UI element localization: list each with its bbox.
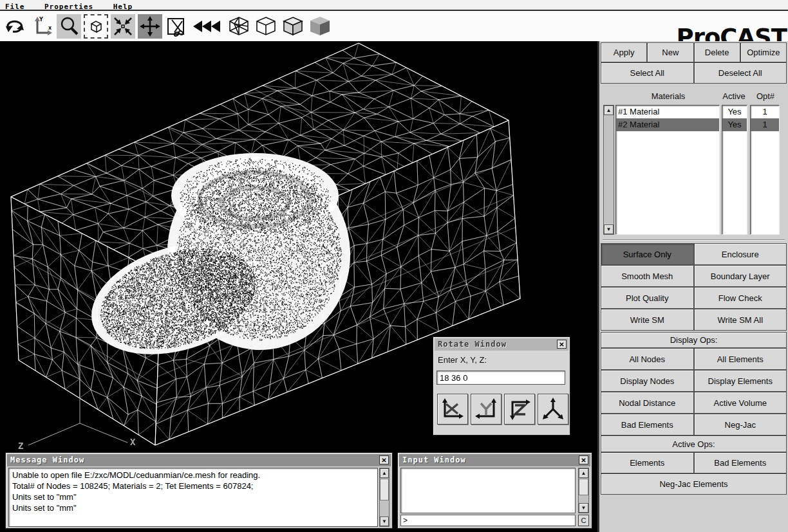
pan-button[interactable] bbox=[138, 14, 162, 39]
input-scrollbar[interactable]: ▲ ▼ bbox=[578, 468, 589, 513]
material-active-2[interactable]: Yes bbox=[722, 118, 747, 131]
flow-check-button[interactable]: Flow Check bbox=[694, 287, 787, 309]
scroll-down-icon[interactable]: ▼ bbox=[604, 225, 614, 234]
message-window: Message Window ✕ Unable to open file E:/… bbox=[5, 452, 393, 529]
svg-text:x: x bbox=[48, 25, 52, 31]
select-all-button[interactable]: Select All bbox=[601, 62, 694, 84]
rotate-x-icon bbox=[440, 397, 465, 421]
write-sm-all-button[interactable]: Write SM All bbox=[694, 309, 787, 331]
menu-help[interactable]: Help bbox=[113, 2, 133, 11]
toolbar-right-area: ProCAST bbox=[597, 11, 788, 41]
bad-elements-button[interactable]: Bad Elements bbox=[601, 414, 694, 436]
menu-file[interactable]: File bbox=[5, 2, 25, 11]
message-window-titlebar[interactable]: Message Window bbox=[7, 454, 391, 466]
scroll-up-icon[interactable]: ▲ bbox=[579, 468, 588, 478]
solid-cube-icon bbox=[308, 15, 332, 38]
clear-button[interactable]: C bbox=[578, 515, 589, 526]
plot-quality-button[interactable]: Plot Quality bbox=[601, 287, 694, 309]
optimize-button[interactable]: Optimize bbox=[740, 42, 787, 62]
input-window-titlebar[interactable]: Input Window bbox=[399, 454, 590, 466]
deselect-all-button[interactable]: Deselect All bbox=[694, 62, 787, 84]
material-opt-2[interactable]: 1 bbox=[751, 118, 779, 131]
control-panel: Apply New Delete Optimize Select All Des… bbox=[597, 41, 788, 532]
scroll-up-icon[interactable]: ▲ bbox=[604, 105, 614, 115]
rotate-z-button[interactable] bbox=[504, 394, 535, 425]
wireframe-cube-icon bbox=[227, 15, 250, 38]
material-row-2[interactable]: #2 Material bbox=[616, 118, 719, 131]
rotate-view-button[interactable] bbox=[3, 14, 27, 39]
wireframe-cube-button[interactable] bbox=[227, 14, 251, 39]
message-line: Units set to "mm" bbox=[9, 491, 377, 502]
input-log[interactable] bbox=[400, 468, 576, 513]
display-nodes-button[interactable]: Display Nodes bbox=[601, 370, 694, 392]
active-volume-button[interactable]: Active Volume bbox=[694, 392, 787, 414]
materials-scrollbar[interactable]: ▲ ▼ bbox=[603, 105, 614, 235]
coordinate-axes-button[interactable]: Y x bbox=[30, 14, 54, 39]
message-line: Unable to open file E:/zxc/MODL/ceduanmi… bbox=[9, 470, 377, 481]
shrink-to-fit-button[interactable] bbox=[111, 14, 135, 39]
scrollbar-thumb[interactable] bbox=[579, 479, 588, 495]
material-active-1[interactable]: Yes bbox=[722, 105, 747, 118]
solid-cube-button[interactable] bbox=[308, 14, 332, 39]
materials-opt-column[interactable]: 1 1 bbox=[750, 105, 780, 235]
scroll-up-icon[interactable]: ▲ bbox=[380, 468, 389, 478]
rewind-button[interactable] bbox=[192, 14, 224, 39]
rotate-view-icon bbox=[4, 15, 26, 37]
scroll-down-icon[interactable]: ▼ bbox=[380, 517, 389, 526]
rotate-xyz-icon bbox=[541, 397, 565, 421]
neg-jac-elements-button[interactable]: Neg-Jac Elements bbox=[601, 473, 787, 495]
message-scrollbar[interactable]: ▲ ▼ bbox=[379, 468, 389, 527]
fit-window-button[interactable] bbox=[84, 14, 108, 39]
materials-active-column[interactable]: Yes Yes bbox=[722, 105, 747, 235]
rotate-y-button[interactable] bbox=[471, 394, 502, 425]
material-row-1[interactable]: #1 Material bbox=[616, 105, 719, 118]
scroll-down-icon[interactable]: ▼ bbox=[579, 503, 588, 513]
cut-plane-icon bbox=[165, 15, 189, 38]
rotate-xyz-input[interactable] bbox=[436, 371, 565, 385]
material-opt-1[interactable]: 1 bbox=[751, 105, 779, 118]
message-line: Total# of Nodes = 108245; Materials = 2;… bbox=[9, 481, 377, 491]
coordinate-axes-icon: Y x bbox=[31, 15, 53, 37]
input-window-close-icon[interactable]: ✕ bbox=[579, 455, 588, 464]
active-ops-label: Active Ops: bbox=[601, 436, 787, 452]
delete-button[interactable]: Delete bbox=[694, 42, 740, 62]
rotate-window-titlebar[interactable]: Rotate Window bbox=[435, 338, 568, 351]
shrink-to-fit-icon bbox=[112, 15, 134, 37]
shaded-edges-cube-button[interactable] bbox=[281, 14, 305, 39]
active-bad-elements-button[interactable]: Bad Elements bbox=[694, 452, 787, 473]
scrollbar-thumb[interactable] bbox=[380, 479, 389, 500]
rotate-z-icon bbox=[507, 397, 532, 421]
active-elements-button[interactable]: Elements bbox=[601, 452, 694, 473]
zoom-button[interactable] bbox=[57, 14, 81, 39]
smooth-mesh-button[interactable]: Smooth Mesh bbox=[601, 265, 694, 287]
all-elements-button[interactable]: All Elements bbox=[694, 348, 787, 370]
surface-only-button[interactable]: Surface Only bbox=[601, 243, 694, 265]
rotate-window-close-icon[interactable]: ✕ bbox=[557, 340, 567, 349]
hidden-line-cube-button[interactable] bbox=[254, 14, 278, 39]
message-line: Units set to "mm" bbox=[9, 502, 377, 513]
neg-jac-button[interactable]: Neg-Jac bbox=[694, 414, 787, 436]
all-nodes-button[interactable]: All Nodes bbox=[601, 348, 694, 370]
rotate-x-button[interactable] bbox=[437, 394, 468, 425]
materials-list[interactable]: #1 Material #2 Material bbox=[615, 105, 720, 235]
cut-plane-button[interactable] bbox=[165, 14, 189, 39]
write-sm-button[interactable]: Write SM bbox=[601, 309, 694, 331]
materials-column-header: Materials bbox=[617, 91, 719, 101]
message-window-close-icon[interactable]: ✕ bbox=[379, 455, 389, 464]
prompt-symbol: > bbox=[403, 516, 408, 525]
menu-properties[interactable]: Properties bbox=[44, 2, 93, 11]
message-log[interactable]: Unable to open file E:/zxc/MODL/ceduanmi… bbox=[8, 468, 378, 527]
command-input[interactable]: > bbox=[400, 515, 576, 526]
rotate-xyz-button[interactable] bbox=[538, 394, 568, 425]
toolbar: Y x bbox=[0, 11, 597, 41]
enclosure-button[interactable]: Enclosure bbox=[694, 243, 787, 265]
boundary-layer-button[interactable]: Boundary Layer bbox=[694, 265, 787, 287]
display-elements-button[interactable]: Display Elements bbox=[694, 370, 787, 392]
input-window: Input Window ✕ ▲ ▼ > C bbox=[397, 452, 592, 529]
apply-button[interactable]: Apply bbox=[601, 42, 647, 62]
nodal-distance-button[interactable]: Nodal Distance bbox=[601, 392, 694, 414]
rotate-y-icon bbox=[474, 397, 498, 421]
hidden-line-cube-icon bbox=[254, 15, 277, 38]
pan-icon bbox=[139, 15, 161, 37]
new-button[interactable]: New bbox=[647, 42, 693, 62]
